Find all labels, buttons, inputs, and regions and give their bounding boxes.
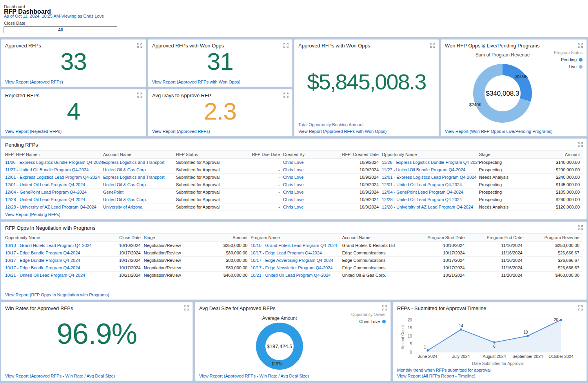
close-date-filter-dropdown[interactable]: All — [4, 26, 117, 33]
cell-link[interactable]: Chris Love — [283, 159, 328, 166]
cell-link[interactable]: 12/01 - United Oil Lead Program Q4-2024 — [382, 181, 479, 189]
cell-text: 11/16/2024 — [468, 257, 525, 264]
view-report-link[interactable]: View Report (Approved RFPs) — [152, 129, 210, 134]
cell-link[interactable]: 10/10 - Grand Hotels Lead Program Q4-202… — [5, 242, 98, 249]
expand-icon[interactable] — [578, 43, 583, 48]
dashboard-subtitle[interactable]: As of Oct 11, 2024, 10:25 AM·Viewing as … — [4, 14, 104, 18]
approved-won-value: 31 — [148, 49, 292, 74]
cell-link[interactable]: 12/01 - United Oil Lead Program Q4-2024 — [5, 181, 103, 189]
cell-text: 10/17/2024 — [410, 257, 468, 264]
expand-icon[interactable] — [283, 93, 289, 98]
cell-link[interactable]: 10/17 - Edge Bundle Program Q4-2024 — [5, 264, 98, 272]
cell-link[interactable]: United Oil & Gas Corp. — [103, 166, 176, 174]
cell-link[interactable]: Chris Love — [283, 189, 328, 196]
cell-link[interactable]: 12/28 - United Oil Lead Program Q4-2024 — [382, 196, 479, 203]
expand-icon[interactable] — [137, 93, 142, 98]
timeline-footnote[interactable]: Monthly trend when RFPs submitted for ap… — [397, 368, 490, 372]
expand-icon[interactable] — [430, 43, 435, 48]
cell-link[interactable]: GenePoint — [103, 189, 176, 196]
cell-link[interactable]: 12/04 - GenePoint Lead Program Q4-2024 — [5, 189, 103, 196]
legend-item-live[interactable]: Live — [554, 64, 583, 69]
view-report-link[interactable]: View Report (All RFPs Report - Timeline) — [397, 374, 475, 378]
cell-link[interactable]: 10/21 - United Oil Lead Program Q4-2024 — [5, 272, 98, 279]
column-header[interactable]: Program Start Date — [410, 234, 468, 242]
cell-link[interactable]: Chris Love — [283, 174, 328, 181]
view-report-link[interactable]: View Report (Approved RFPs with Won Opps… — [298, 129, 387, 134]
data-point[interactable] — [560, 319, 562, 321]
column-header[interactable]: Created By — [283, 151, 328, 159]
expand-icon[interactable] — [578, 305, 583, 310]
cell-link[interactable]: Chris Love — [283, 196, 328, 203]
data-point[interactable] — [526, 335, 529, 337]
column-header[interactable]: Amount — [535, 151, 583, 159]
column-header[interactable]: Amount — [201, 234, 250, 242]
data-point[interactable] — [493, 341, 495, 344]
cell-link[interactable]: Express Logistics and Transport — [103, 159, 176, 166]
cell-link[interactable]: Express Logistics and Transport — [103, 174, 176, 181]
view-report-link[interactable]: View Report (Pending RFPs) — [5, 212, 60, 217]
cell-link[interactable]: 10/17 - Edge Newsletter Program Q4-2024 — [250, 264, 342, 272]
cell-link[interactable]: 10/17 - Edge Bundle Program Q4-2024 — [5, 257, 98, 264]
cell-link[interactable]: 10/21 - United Oil Lead Program Q4-2024 — [250, 272, 342, 279]
column-header[interactable]: RFP: RFP Name↑ — [5, 151, 103, 159]
column-header[interactable]: Close Date — [98, 234, 143, 242]
column-header[interactable]: RFP Due Date — [235, 151, 283, 159]
cell-link[interactable]: 10/17 - Edge Advertising Program Q4-2024 — [250, 257, 342, 264]
column-header[interactable]: Account Name — [342, 234, 410, 242]
cell-link[interactable]: 11/26 - Express Logistics Bundle Program… — [382, 159, 479, 166]
x-tick-label: October 2024 — [548, 354, 573, 359]
column-header[interactable]: Program Revenue — [526, 234, 583, 242]
cell-text: 10/17/2024 — [410, 264, 468, 272]
view-report-link[interactable]: View Report (RFP Opps In Negotiation wit… — [5, 292, 109, 297]
cell-link[interactable]: 11/26 - Express Logistics Bundle Program… — [5, 159, 103, 166]
expand-icon[interactable] — [578, 142, 583, 147]
view-report-link[interactable]: View Report (Approved RFPs - Win Rate / … — [199, 374, 309, 378]
data-point[interactable] — [426, 349, 429, 352]
cell-link[interactable]: 10/10 - Grand Hotels Lead Program Q4-202… — [250, 242, 342, 249]
cell-link[interactable]: 12/01 - Express Logistics Lead Program Q… — [382, 174, 479, 181]
column-header[interactable]: Program Name — [250, 234, 342, 242]
column-header[interactable]: Stage — [144, 234, 201, 242]
booking-footnote[interactable]: Total Opportunity Booking Amount — [298, 122, 363, 127]
cell-link[interactable]: 12/04 - GenePoint Lead Program Q4-2024 — [382, 189, 479, 196]
cell-link[interactable]: 12/01 - Express Logistics Lead Program Q… — [5, 174, 103, 181]
view-report-link[interactable]: View Report (Approved RFPs - Win Rate / … — [5, 374, 115, 378]
expand-icon[interactable] — [382, 305, 387, 310]
column-header[interactable]: Opportunity Name↑ — [5, 234, 98, 242]
legend-item-chris-love[interactable]: Chris Love — [351, 319, 386, 324]
column-header[interactable]: Account Name — [103, 151, 176, 159]
cell-link[interactable]: Chris Love — [283, 181, 328, 189]
cell-link[interactable]: University of Arizona — [103, 203, 176, 211]
data-point[interactable] — [460, 329, 462, 331]
expand-icon[interactable] — [137, 43, 142, 48]
column-header[interactable]: RFP: Created Date — [328, 151, 382, 159]
legend-item-pending[interactable]: Pending — [554, 57, 583, 62]
expand-icon[interactable] — [184, 305, 189, 310]
cell-link[interactable]: United Oil & Gas Corp. — [103, 181, 176, 189]
timeline-line-chart[interactable]: 2015105011461020June 2024July 2024August… — [396, 316, 584, 367]
cell-link[interactable]: Chris Love — [283, 166, 328, 174]
cell-text: $250,000.00 — [526, 242, 583, 249]
cell-link[interactable]: 12/28 - University of AZ Lead Program Q4… — [5, 203, 103, 211]
column-header[interactable]: Program End Date — [468, 234, 525, 242]
column-header[interactable]: RFP Status — [176, 151, 235, 159]
column-header[interactable]: Opportunity Name — [382, 151, 479, 159]
cell-text: 10/17/2024 — [98, 264, 143, 272]
cell-link[interactable]: 12/28 - University of AZ Lead Program Q4… — [382, 203, 479, 211]
expand-icon[interactable] — [283, 43, 289, 48]
live-slice-label: $240K — [469, 102, 482, 107]
cell-link[interactable]: 11/27 - United Oil Bundle Program Q4-202… — [382, 166, 479, 174]
cell-link[interactable]: 11/27 - United Oil Bundle Program Q4-202… — [5, 166, 103, 174]
cell-link[interactable]: 12/28 - United Oil Lead Program Q4-2024 — [5, 196, 103, 203]
column-header[interactable]: Stage — [479, 151, 535, 159]
view-report-link[interactable]: View Report (Won RFP Opps & Live/Pending… — [445, 129, 553, 134]
cell-link[interactable]: Chris Love — [283, 203, 328, 211]
cell-link[interactable]: 10/17 - Edge Bundle Program Q4-2024 — [5, 249, 98, 257]
cell-link[interactable]: 10/17 - Edge Lead Program Q4-2024 — [250, 249, 342, 257]
expand-icon[interactable] — [578, 225, 583, 230]
view-report-link[interactable]: View Report (Rejected RFPs) — [5, 129, 62, 134]
cell-link[interactable]: United Oil & Gas Corp. — [103, 196, 176, 203]
cell-text: $290,000.00 — [535, 166, 583, 174]
view-report-link[interactable]: View Report (Approved RFPs with Won Opps… — [152, 80, 240, 84]
view-report-link[interactable]: View Report (Approved RFPs) — [5, 80, 63, 84]
